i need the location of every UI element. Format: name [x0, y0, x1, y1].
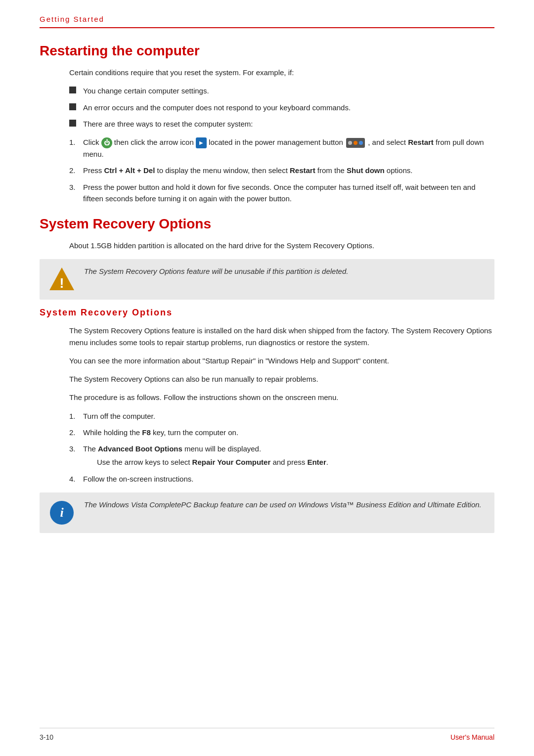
bullet-icon: [69, 120, 76, 127]
section-title-recovery: System Recovery Options: [40, 216, 494, 232]
info-text: The Windows Vista CompletePC Backup feat…: [84, 499, 482, 511]
arrow-icon: [196, 137, 207, 148]
restarting-bullets: You change certain computer settings. An…: [69, 85, 494, 130]
info-notice: i The Windows Vista CompletePC Backup fe…: [40, 492, 494, 533]
page-header: Getting Started: [40, 15, 494, 28]
bullet-icon: [69, 87, 76, 93]
warning-notice: ! The System Recovery Options feature wi…: [40, 259, 494, 300]
svg-text:!: !: [59, 275, 64, 291]
bold-text: Shut down: [347, 166, 385, 175]
dot-icon: [359, 141, 363, 145]
bullet-icon: [69, 103, 76, 110]
step-text: Turn off the computer.: [83, 410, 494, 422]
list-item: You change certain computer settings.: [69, 85, 494, 96]
list-item: 1. Turn off the computer.: [69, 410, 494, 422]
restarting-steps: 1. Click ⏻ then click the arrow icon loc…: [69, 136, 494, 204]
bold-text: Ctrl + Alt + Del: [104, 166, 155, 175]
info-circle-icon: i: [50, 501, 74, 525]
bold-text: Enter: [307, 458, 326, 466]
recovery-para-2: You can see the more information about "…: [69, 355, 494, 366]
warning-icon-container: !: [48, 266, 75, 293]
bold-text: Restart: [408, 138, 434, 146]
section-restarting: Restarting the computer Certain conditio…: [40, 43, 494, 204]
breadcrumb: Getting Started: [40, 15, 104, 23]
list-item: There are three ways to reset the comput…: [69, 118, 494, 130]
footer-label: User's Manual: [450, 733, 494, 741]
list-item: 3. Press the power button and hold it do…: [69, 181, 494, 205]
bold-text: Repair Your Computer: [192, 458, 271, 466]
toolbar-icon: [346, 138, 365, 148]
recovery-para-3: The System Recovery Options can also be …: [69, 373, 494, 385]
restarting-intro: Certain conditions require that you rese…: [69, 67, 494, 78]
info-icon-container: i: [48, 499, 75, 526]
subsection-title-recovery: System Recovery Options: [40, 308, 494, 318]
recovery-steps: 1. Turn off the computer. 2. While holdi…: [69, 410, 494, 485]
bold-text: F8: [142, 428, 151, 437]
page: Getting Started Restarting the computer …: [0, 0, 534, 756]
section-title-restarting: Restarting the computer: [40, 43, 494, 59]
list-item: 2. While holding the F8 key, turn the co…: [69, 427, 494, 438]
list-item: An error occurs and the computer does no…: [69, 102, 494, 113]
warning-svg: !: [48, 266, 75, 292]
list-item: 4. Follow the on-screen instructions.: [69, 473, 494, 485]
dot-icon: [354, 141, 357, 145]
list-item: 3. The Advanced Boot Options menu will b…: [69, 443, 494, 468]
dot-icon: [348, 141, 352, 145]
warning-text: The System Recovery Options feature will…: [84, 266, 348, 277]
recovery-intro: About 1.5GB hidden partition is allocate…: [69, 240, 494, 251]
list-item: 1. Click ⏻ then click the arrow icon loc…: [69, 136, 494, 160]
warning-triangle-icon: !: [48, 266, 75, 294]
step-text: Follow the on-screen instructions.: [83, 473, 494, 485]
bold-text: Restart: [290, 166, 315, 175]
substep: Use the arrow keys to select Repair Your…: [97, 456, 494, 468]
page-number: 3-10: [40, 733, 53, 741]
section-system-recovery: System Recovery Options About 1.5GB hidd…: [40, 216, 494, 533]
page-footer: 3-10 User's Manual: [40, 728, 494, 741]
bold-text: Advanced Boot Options: [98, 445, 182, 453]
power-icon: ⏻: [101, 137, 112, 148]
list-item: 2. Press Ctrl + Alt + Del to display the…: [69, 165, 494, 176]
recovery-para-1: The System Recovery Options feature is i…: [69, 325, 494, 348]
recovery-para-4: The procedure is as follows. Follow the …: [69, 392, 494, 403]
